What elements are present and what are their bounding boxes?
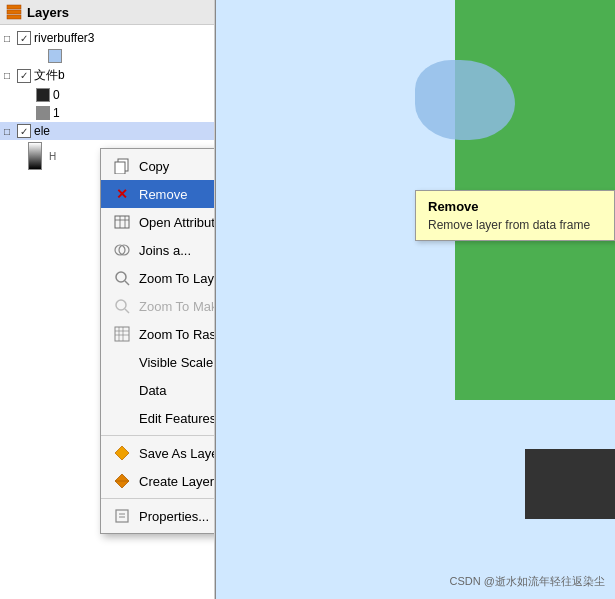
swatch-riverbuffer3 [0, 47, 214, 65]
svg-marker-20 [115, 446, 129, 460]
sub-item-0[interactable]: 0 [0, 86, 214, 104]
menu-label-remove: Remove [139, 187, 187, 202]
svg-point-11 [116, 272, 126, 282]
svg-rect-2 [7, 15, 21, 19]
vertical-divider [215, 0, 216, 599]
checkbox-wenjianb[interactable] [17, 69, 31, 83]
layer-item-wenjianb[interactable]: □ 文件b [0, 65, 214, 86]
expand-ele: □ [4, 126, 14, 137]
menu-label-data: Data [139, 383, 166, 398]
svg-point-13 [116, 300, 126, 310]
expand-wenjianb: □ [4, 70, 14, 81]
menu-item-visible-scale[interactable]: Visible Scale Range ▶ [101, 348, 215, 376]
table-icon [113, 213, 131, 231]
layer-item-riverbuffer3[interactable]: □ riverbuffer3 [0, 29, 214, 47]
menu-label-open-attribute-table: Open Attribute Table [139, 215, 215, 230]
menu-label-joins: Joins a... [139, 243, 191, 258]
menu-item-properties[interactable]: Properties... [101, 502, 215, 530]
menu-item-zoom-raster[interactable]: Zoom To Raster Resolution [101, 320, 215, 348]
menu-item-zoom-visible: Zoom To Make Visible [101, 292, 215, 320]
context-menu: Copy ✕ Remove Open Attribute Table [100, 148, 215, 534]
svg-rect-23 [116, 510, 128, 522]
label-riverbuffer3: riverbuffer3 [34, 31, 94, 45]
svg-rect-5 [115, 216, 129, 228]
menu-label-edit-features: Edit Features [139, 411, 215, 426]
watermark: CSDN @逝水如流年轻往返染尘 [450, 574, 605, 589]
menu-item-zoom-to[interactable]: Zoom To Layer [101, 264, 215, 292]
menu-label-copy: Copy [139, 159, 169, 174]
svg-line-14 [125, 309, 129, 313]
menu-label-save-as-layer: Save As Layer File... [139, 446, 215, 461]
menu-item-create-package[interactable]: Create Layer Package... [101, 467, 215, 495]
label-ele: ele [34, 124, 50, 138]
svg-rect-1 [7, 10, 21, 14]
color-1 [36, 106, 50, 120]
color-0 [36, 88, 50, 102]
gradient-ele [28, 142, 42, 170]
layers-title: Layers [27, 5, 69, 20]
menu-label-zoom-to: Zoom To Layer [139, 271, 215, 286]
edit-features-icon [113, 409, 131, 427]
remove-tooltip: Remove Remove layer from data frame [415, 190, 615, 241]
menu-item-joins[interactable]: Joins a... [101, 236, 215, 264]
remove-tooltip-desc: Remove layer from data frame [428, 218, 602, 232]
layers-header: Layers [0, 0, 214, 25]
properties-icon [113, 507, 131, 525]
checkbox-riverbuffer3[interactable] [17, 31, 31, 45]
menu-item-save-as-layer[interactable]: Save As Layer File... [101, 439, 215, 467]
svg-line-12 [125, 281, 129, 285]
diamond-icon [113, 444, 131, 462]
menu-label-visible-scale: Visible Scale Range [139, 355, 215, 370]
map-area: Remove Remove layer from data frame CSDN… [215, 0, 615, 599]
layer-item-ele[interactable]: □ ele [0, 122, 214, 140]
menu-item-open-attribute-table[interactable]: Open Attribute Table [101, 208, 215, 236]
sub-item-1[interactable]: 1 [0, 104, 214, 122]
label-0: 0 [53, 88, 60, 102]
svg-rect-0 [7, 5, 21, 9]
label-wenjianb: 文件b [34, 67, 65, 84]
map-dark-shape [525, 449, 615, 519]
remove-icon: ✕ [113, 185, 131, 203]
layers-icon [6, 4, 22, 20]
menu-label-create-package: Create Layer Package... [139, 474, 215, 489]
separator-2 [101, 498, 215, 499]
checkbox-ele[interactable] [17, 124, 31, 138]
menu-item-copy[interactable]: Copy [101, 152, 215, 180]
main-container: Layers □ riverbuffer3 □ 文件b 0 [0, 0, 615, 599]
raster-icon [113, 325, 131, 343]
menu-label-zoom-raster: Zoom To Raster Resolution [139, 327, 215, 342]
svg-rect-15 [115, 327, 129, 341]
menu-item-data[interactable]: Data ▶ [101, 376, 215, 404]
label-1: 1 [53, 106, 60, 120]
expand-riverbuffer3: □ [4, 33, 14, 44]
svg-rect-4 [115, 162, 125, 174]
layers-panel: Layers □ riverbuffer3 □ 文件b 0 [0, 0, 215, 599]
data-icon [113, 381, 131, 399]
menu-item-edit-features[interactable]: Edit Features ▶ [101, 404, 215, 432]
remove-tooltip-title: Remove [428, 199, 602, 214]
gradient-label-H: H [49, 151, 56, 162]
separator-1 [101, 435, 215, 436]
color-riverbuffer3 [48, 49, 62, 63]
menu-item-remove[interactable]: ✕ Remove [101, 180, 215, 208]
menu-label-zoom-visible: Zoom To Make Visible [139, 299, 215, 314]
package-icon [113, 472, 131, 490]
visible-scale-icon [113, 353, 131, 371]
menu-label-properties: Properties... [139, 509, 209, 524]
joins-icon [113, 241, 131, 259]
copy-icon [113, 157, 131, 175]
zoom-icon [113, 269, 131, 287]
zoom-visible-icon [113, 297, 131, 315]
